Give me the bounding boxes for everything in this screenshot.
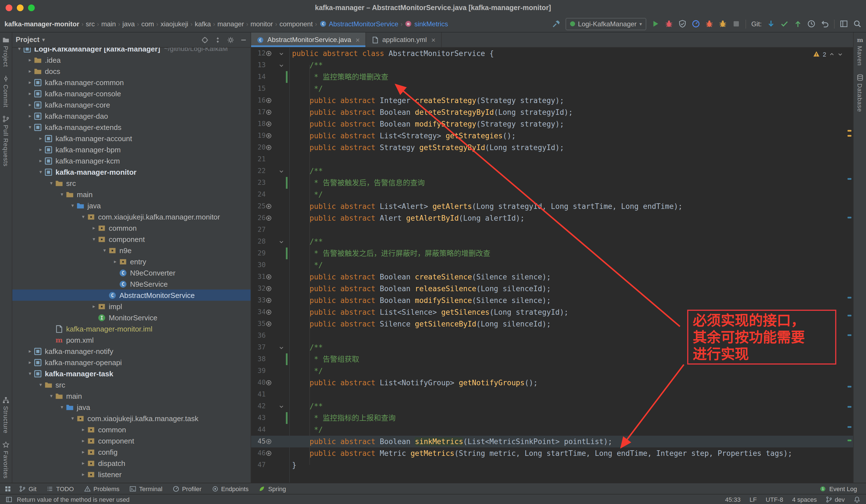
code-line[interactable]: 24 */ (251, 189, 853, 201)
stripe-mark[interactable] (847, 386, 852, 388)
tree-item-kafka-manager-core[interactable]: ▸kafka-manager-core (12, 99, 251, 110)
fullscreen-window-button[interactable] (28, 4, 35, 11)
gear-icon[interactable] (227, 36, 234, 43)
expanded-icon[interactable]: ▾ (58, 192, 66, 197)
collapsed-icon[interactable]: ▸ (80, 427, 87, 432)
code-line[interactable]: 17 public abstract Boolean deleteStrateg… (251, 106, 853, 118)
panel-icon[interactable] (5, 496, 12, 503)
minimize-window-button[interactable] (17, 4, 24, 11)
expanded-icon[interactable]: ▾ (101, 248, 108, 253)
tab-abstractmonitorservice-java[interactable]: AbstractMonitorService.java× (251, 33, 366, 47)
fold-chevron-icon[interactable] (279, 62, 284, 68)
inspections-widget[interactable]: 2 (813, 50, 843, 58)
select-opened-file-icon[interactable] (201, 36, 209, 43)
code-line[interactable]: 21 (251, 153, 853, 165)
expanded-icon[interactable]: ▾ (48, 393, 55, 399)
code-line[interactable]: 19 public abstract List<Strategy> getStr… (251, 130, 853, 142)
collapsed-icon[interactable]: ▸ (26, 57, 34, 63)
tree-item-common[interactable]: ▸common (12, 424, 251, 435)
collapsed-icon[interactable]: ▸ (112, 259, 119, 264)
collapsed-icon[interactable]: ▸ (26, 91, 34, 96)
collapsed-icon[interactable]: ▸ (26, 102, 34, 107)
code-line[interactable]: 46 public abstract Metric getMetrics(Str… (251, 447, 853, 459)
breadcrumb-item[interactable]: monitor (251, 20, 273, 28)
next-issue-icon[interactable] (837, 51, 843, 57)
tree-item-kafka-manager-monitor[interactable]: ▾kafka-manager-monitor (12, 166, 251, 177)
tree-item-config[interactable]: ▸config (12, 446, 251, 458)
expanded-icon[interactable]: ▾ (69, 415, 76, 421)
profiler-button[interactable] (692, 20, 700, 28)
run-configuration-select[interactable]: Logi-KafkaManager ▾ (566, 18, 646, 30)
implemented-marker-icon[interactable] (266, 109, 272, 115)
fold-chevron-icon[interactable] (279, 168, 284, 174)
tree-item--idea[interactable]: ▸.idea (12, 54, 251, 66)
implemented-marker-icon[interactable] (266, 438, 272, 445)
breadcrumb-item[interactable]: xiaojukeji (160, 20, 188, 28)
tree-item-src[interactable]: ▾src (12, 177, 251, 189)
stripe-mark[interactable] (847, 439, 852, 441)
code-line[interactable]: 14 * 监控策略的增删改查 (251, 71, 853, 83)
implemented-marker-icon[interactable] (266, 121, 272, 127)
code-line[interactable]: 25 public abstract List<Alert> getAlerts… (251, 201, 853, 212)
collapsed-icon[interactable]: ▸ (80, 460, 87, 466)
tree-item-kafka-manager-task[interactable]: ▾kafka-manager-task (12, 368, 251, 379)
stripe-mark[interactable] (847, 426, 852, 428)
caret-position[interactable]: 45:33 (725, 496, 741, 503)
code-line[interactable]: 23 * 告警被触发后，告警信息的查询 (251, 177, 853, 189)
stripe-mark[interactable] (847, 178, 852, 180)
tree-item-n9e[interactable]: ▾n9e (12, 245, 251, 256)
collapsed-icon[interactable]: ▸ (90, 225, 98, 231)
collapse-all-icon[interactable] (214, 36, 221, 43)
code-line[interactable]: 44 */ (251, 424, 853, 436)
collapsed-icon[interactable]: ▸ (37, 147, 44, 152)
tree-item-abstractmonitorservice[interactable]: AbstractMonitorService (12, 289, 251, 301)
code-line[interactable]: 40 public abstract List<NotifyGroup> get… (251, 377, 853, 389)
tree-item-component[interactable]: ▸component (12, 435, 251, 446)
restore-layout-icon[interactable] (840, 20, 848, 28)
implemented-marker-icon[interactable] (266, 309, 272, 315)
collapsed-icon[interactable]: ▸ (80, 471, 87, 477)
fold-chevron-icon[interactable] (279, 51, 284, 56)
stripe-button-pull-requests[interactable]: Pull Requests (0, 111, 12, 170)
breadcrumb-item[interactable]: kafka-manager-monitor (4, 20, 79, 28)
toolwindow-button-problems[interactable]: Problems (79, 483, 124, 494)
stripe-button-project[interactable]: Project (0, 33, 12, 71)
hide-panel-icon[interactable] (240, 36, 247, 43)
search-everywhere-button[interactable] (853, 20, 862, 28)
breadcrumb-item[interactable]: kafka (195, 20, 211, 28)
breadcrumb-item[interactable]: main (101, 20, 116, 28)
implemented-marker-icon[interactable] (266, 297, 272, 303)
stripe-mark[interactable] (847, 297, 852, 298)
toolwindow-switcher-icon[interactable] (4, 485, 11, 492)
code-line[interactable]: 47} (251, 459, 853, 471)
tree-item-entry[interactable]: ▸entry (12, 256, 251, 267)
expanded-icon[interactable]: ▾ (90, 236, 98, 242)
git-branch-widget[interactable]: dev (826, 496, 845, 503)
fold-chevron-icon[interactable] (279, 239, 284, 244)
tree-item-java[interactable]: ▾java (12, 200, 251, 211)
code-line[interactable]: 13 /** (251, 59, 853, 71)
implemented-marker-icon[interactable] (266, 215, 272, 221)
tree-item-dispatch[interactable]: ▸dispatch (12, 458, 251, 469)
tree-item-kafka-manager-console[interactable]: ▸kafka-manager-console (12, 88, 251, 99)
code-line[interactable]: 29 * 告警被触发之后，进行屏蔽时，屏蔽策略的增删改查 (251, 248, 853, 259)
tree-item-listener[interactable]: ▸listener (12, 469, 251, 480)
code-line[interactable]: 41 (251, 389, 853, 400)
tree-item-kafka-manager-monitor-iml[interactable]: kafka-manager-monitor.iml (12, 323, 251, 334)
tree-item-kafka-manager-openapi[interactable]: ▸kafka-manager-openapi (12, 357, 251, 368)
stripe-button-commit[interactable]: Commit (0, 71, 12, 112)
build-hammer-icon[interactable] (552, 20, 560, 28)
fold-chevron-icon[interactable] (279, 403, 284, 409)
implemented-marker-icon[interactable] (266, 145, 272, 151)
code-line[interactable]: 39 */ (251, 365, 853, 377)
collapsed-icon[interactable]: ▸ (37, 136, 44, 141)
collapsed-icon[interactable]: ▸ (37, 158, 44, 163)
collapsed-icon[interactable]: ▸ (26, 359, 34, 365)
tree-item-docs[interactable]: ▸docs (12, 66, 251, 77)
code-line[interactable]: 26 public abstract Alert getAlertById(Lo… (251, 212, 853, 224)
implemented-marker-icon[interactable] (266, 50, 272, 57)
tree-item-src[interactable]: ▾src (12, 379, 251, 390)
tree-item-kafka-manager-notify[interactable]: ▸kafka-manager-notify (12, 345, 251, 357)
breadcrumb-item[interactable]: sinkMetrics (405, 20, 448, 28)
tree-item-java[interactable]: ▾java (12, 402, 251, 413)
